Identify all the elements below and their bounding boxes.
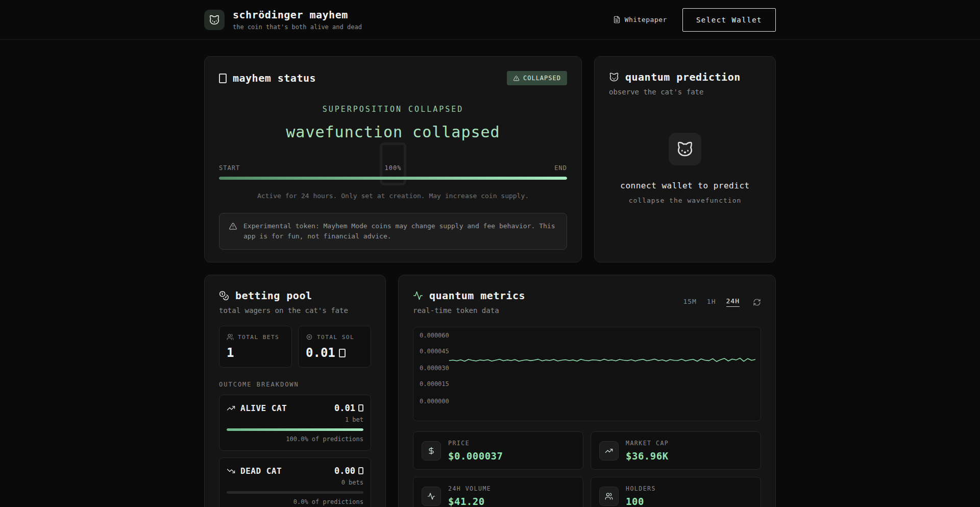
outcome-breakdown-label: OUTCOME BREAKDOWN bbox=[219, 381, 371, 388]
sol-glyph bbox=[339, 349, 346, 357]
metric-box-market-cap: MARKET CAP $36.96K bbox=[591, 431, 761, 470]
alive-cat-label: ALIVE CAT bbox=[240, 403, 287, 413]
alive-cat-bar bbox=[227, 428, 363, 431]
coins-icon bbox=[219, 291, 229, 301]
quantum-metrics-card: quantum metrics real-time token data 15M… bbox=[398, 275, 776, 507]
activity-icon bbox=[413, 291, 423, 301]
dead-cat-bar bbox=[227, 491, 363, 494]
status-card-title: mayhem status bbox=[233, 72, 316, 84]
dead-amount-text: 0.00 bbox=[334, 466, 355, 476]
betting-card-title: betting pool bbox=[235, 289, 312, 302]
range-button-24h[interactable]: 24H bbox=[726, 297, 740, 307]
alive-cat-bets: 1 bet bbox=[227, 416, 363, 423]
users-icon bbox=[599, 487, 619, 506]
alive-cat-percent: 100.0% of predictions bbox=[227, 436, 363, 443]
metrics-card-subtitle: real-time token data bbox=[413, 306, 525, 315]
dead-cat-bets: 0 bets bbox=[227, 479, 363, 486]
refresh-button[interactable] bbox=[753, 298, 761, 306]
range-button-1h[interactable]: 1H bbox=[707, 298, 716, 307]
metric-box-price: PRICE $0.000037 bbox=[413, 431, 583, 470]
disclaimer-box: Experimental token: Mayhem Mode coins ma… bbox=[219, 213, 567, 250]
status-caption: Active for 24 hours. Only set at creatio… bbox=[219, 192, 567, 200]
price-value: $0.000037 bbox=[448, 450, 503, 462]
activity-icon bbox=[422, 487, 441, 506]
total-sol-label: TOTAL SOL bbox=[317, 334, 354, 341]
disclaimer-text: Experimental token: Mayhem Mode coins ma… bbox=[243, 221, 557, 242]
metric-box-holders: HOLDERS 100 bbox=[591, 477, 761, 507]
alive-cat-amount: 0.01 bbox=[334, 403, 363, 413]
betting-card-subtitle: total wagers on the cat's fate bbox=[219, 306, 371, 315]
sol-glyph bbox=[358, 404, 363, 412]
metric-box-volume: 24H VOLUME $41.20 bbox=[413, 477, 583, 507]
status-glyph-icon bbox=[219, 74, 227, 83]
status-headline: wavefunction collapsed bbox=[219, 123, 567, 141]
total-sol-amount: 0.01 bbox=[306, 346, 335, 360]
total-bets-label: TOTAL BETS bbox=[238, 334, 279, 341]
app-logo bbox=[204, 10, 225, 30]
price-chart: 0.000060 0.000045 0.000030 0.000015 0.00… bbox=[413, 327, 761, 421]
price-line-series bbox=[413, 327, 761, 421]
big-cat-tile bbox=[669, 133, 701, 165]
volume-label: 24H VOLUME bbox=[448, 485, 491, 492]
outcome-dead-cat: DEAD CAT 0.00 0 bets 0.0% of predictions bbox=[219, 457, 371, 507]
alive-cat-bar-fill bbox=[227, 428, 363, 431]
total-sol-stat: TOTAL SOL 0.01 bbox=[298, 326, 371, 368]
warning-icon bbox=[229, 222, 237, 231]
connect-wallet-cta-sub: collapse the wavefunction bbox=[629, 197, 742, 204]
range-button-15m[interactable]: 15M bbox=[683, 298, 696, 307]
cat-icon bbox=[609, 72, 619, 82]
refresh-icon bbox=[753, 298, 761, 306]
market-cap-value: $36.96K bbox=[626, 450, 669, 462]
status-progress-bar bbox=[219, 177, 567, 180]
sol-glyph bbox=[358, 467, 363, 474]
holders-value: 100 bbox=[626, 496, 656, 507]
volume-value: $41.20 bbox=[448, 496, 491, 507]
progress-end-label: END bbox=[554, 164, 567, 172]
document-icon bbox=[613, 16, 621, 23]
whitepaper-link[interactable]: Whitepaper bbox=[613, 16, 667, 23]
app-title: schrödinger mayhem bbox=[233, 9, 362, 21]
alive-amount-text: 0.01 bbox=[334, 403, 355, 413]
users-icon bbox=[227, 333, 234, 341]
price-label: PRICE bbox=[448, 440, 503, 447]
metrics-card-title: quantum metrics bbox=[429, 289, 525, 302]
main-content: mayhem status COLLAPSED SUPERPOSITION CO… bbox=[204, 40, 776, 507]
cat-icon bbox=[209, 14, 220, 26]
progress-start-label: START bbox=[219, 164, 240, 172]
dead-cat-percent: 0.0% of predictions bbox=[227, 498, 363, 505]
market-cap-label: MARKET CAP bbox=[626, 440, 669, 447]
holders-label: HOLDERS bbox=[626, 485, 656, 492]
progress-percent-label: 100% bbox=[385, 164, 402, 172]
select-wallet-button[interactable]: Select Wallet bbox=[682, 8, 776, 32]
cat-icon bbox=[676, 140, 694, 158]
sol-icon bbox=[306, 333, 313, 341]
mayhem-status-card: mayhem status COLLAPSED SUPERPOSITION CO… bbox=[204, 56, 582, 262]
status-badge-label: COLLAPSED bbox=[523, 75, 561, 82]
total-bets-stat: TOTAL BETS 1 bbox=[219, 326, 292, 368]
dollar-icon bbox=[422, 441, 441, 461]
status-progress-fill bbox=[219, 177, 567, 180]
outcome-alive-cat: ALIVE CAT 0.01 1 bet 100.0% of predictio… bbox=[219, 395, 371, 451]
connect-wallet-cta: connect wallet to predict bbox=[620, 181, 749, 190]
app-header: schrödinger mayhem the coin that's both … bbox=[0, 0, 980, 40]
trending-up-icon bbox=[599, 441, 619, 461]
dead-cat-label: DEAD CAT bbox=[240, 466, 282, 476]
dead-cat-amount: 0.00 bbox=[334, 466, 363, 476]
whitepaper-label: Whitepaper bbox=[625, 16, 667, 23]
trending-down-icon bbox=[227, 467, 235, 475]
prediction-card-title: quantum prediction bbox=[625, 71, 741, 83]
total-bets-value: 1 bbox=[227, 346, 284, 360]
superposition-label: SUPERPOSITION COLLAPSED bbox=[219, 105, 567, 114]
quantum-prediction-card: quantum prediction observe the cat's fat… bbox=[594, 56, 776, 262]
app-subtitle: the coin that's both alive and dead bbox=[233, 23, 362, 31]
total-sol-value: 0.01 bbox=[306, 346, 363, 360]
status-badge: COLLAPSED bbox=[507, 71, 567, 85]
betting-pool-card: betting pool total wagers on the cat's f… bbox=[204, 275, 386, 507]
trending-up-icon bbox=[227, 404, 235, 413]
warning-icon bbox=[513, 75, 520, 82]
